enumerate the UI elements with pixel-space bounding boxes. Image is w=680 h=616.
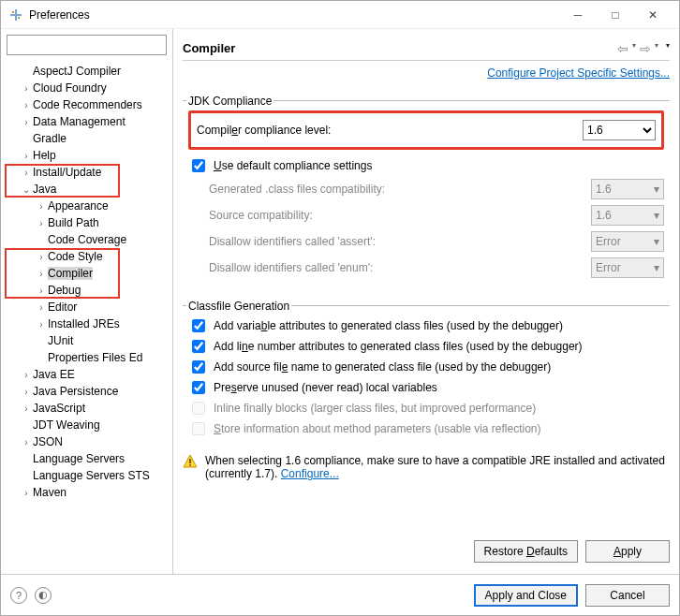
- tree-item[interactable]: ›Install/Update: [1, 164, 172, 181]
- cb-line-num[interactable]: [192, 340, 205, 353]
- tree-item[interactable]: ›Installed JREs: [1, 315, 172, 332]
- restore-defaults-button[interactable]: Restore Defaults: [474, 540, 578, 563]
- group-title-jdk: JDK Compliance: [186, 95, 273, 108]
- chevron-icon: ›: [20, 387, 33, 397]
- tree-item[interactable]: ›Code Style: [1, 248, 172, 265]
- tree-item[interactable]: ›Java Persistence: [1, 383, 172, 400]
- tree-item[interactable]: ›JSON: [1, 433, 172, 450]
- close-button[interactable]: ✕: [634, 5, 672, 25]
- tree-item[interactable]: JDT Weaving: [1, 417, 172, 433]
- chevron-icon: ⌄: [20, 184, 33, 195]
- page-title: Compiler: [183, 41, 617, 55]
- configure-jre-link[interactable]: Configure...: [281, 467, 339, 480]
- back-icon[interactable]: ⇦: [617, 41, 628, 56]
- cb-preserve-unused-label: Preserve unused (never read) local varia…: [214, 381, 437, 394]
- tree-item-label: Editor: [48, 301, 77, 314]
- tree-item-label: Appearance: [48, 199, 109, 213]
- progress-icon[interactable]: ◐: [35, 587, 52, 604]
- back-menu-icon[interactable]: ▾: [632, 41, 636, 56]
- tree-item[interactable]: AspectJ Compiler: [1, 63, 172, 80]
- cb-source-file-label: Add source file name to generated class …: [214, 360, 551, 374]
- preferences-tree[interactable]: AspectJ Compiler›Cloud Foundry›Code Reco…: [1, 61, 172, 574]
- tree-item-label: JDT Weaving: [33, 418, 100, 432]
- tree-item[interactable]: ›Maven: [1, 484, 172, 501]
- cb-inline-finally: [192, 402, 205, 415]
- tree-item[interactable]: ›Help: [1, 147, 172, 164]
- tree-item[interactable]: ›Java EE: [1, 366, 172, 383]
- compliance-select[interactable]: 1.6: [583, 120, 656, 140]
- tree-item-label: Code Style: [48, 250, 103, 263]
- disallow-enum-label: Disallow identifiers called 'enum':: [209, 261, 584, 274]
- apply-close-button[interactable]: Apply and Close: [474, 584, 578, 607]
- warning-row: When selecting 1.6 compliance, make sure…: [183, 447, 670, 480]
- src-compat-label: Source compatibility:: [209, 209, 584, 222]
- cb-line-num-label: Add line number attributes to generated …: [214, 340, 583, 353]
- classfile-group: Classfile Generation Add variable attrib…: [183, 292, 670, 447]
- sidebar: AspectJ Compiler›Cloud Foundry›Code Reco…: [1, 29, 173, 574]
- tree-item[interactable]: ›Build Path: [1, 214, 172, 231]
- tree-item[interactable]: Gradle: [1, 130, 172, 147]
- cb-preserve-unused[interactable]: [192, 381, 205, 394]
- tree-item[interactable]: ›Code Recommenders: [1, 96, 172, 113]
- app-icon: [8, 7, 23, 22]
- chevron-icon: ›: [20, 370, 33, 380]
- chevron-icon: ›: [35, 302, 48, 313]
- tree-item[interactable]: Language Servers STS: [1, 467, 172, 484]
- tree-item-label: Java: [33, 183, 56, 196]
- svg-rect-1: [15, 9, 17, 21]
- cb-store-params: [192, 422, 205, 435]
- maximize-button[interactable]: □: [597, 5, 634, 25]
- chevron-icon: ›: [20, 117, 33, 127]
- gen-class-select: 1.6▾: [591, 179, 664, 199]
- tree-item[interactable]: ›Compiler: [1, 265, 172, 282]
- tree-item[interactable]: JUnit: [1, 332, 172, 349]
- chevron-icon: ›: [20, 168, 33, 178]
- tree-item-label: Compiler: [48, 267, 93, 280]
- chevron-icon: ›: [35, 319, 48, 330]
- compliance-label: Compiler compliance level:: [197, 124, 575, 137]
- compliance-row-highlight: Compiler compliance level: 1.6: [188, 110, 664, 150]
- tree-item-label: Install/Update: [33, 166, 101, 179]
- minimize-button[interactable]: ─: [559, 5, 597, 25]
- apply-button[interactable]: Apply: [585, 540, 670, 563]
- view-menu-icon[interactable]: ▾: [666, 41, 670, 56]
- tree-item[interactable]: ›Cloud Foundry: [1, 80, 172, 96]
- tree-item-label: AspectJ Compiler: [33, 65, 121, 78]
- jdk-compliance-group: JDK Compliance Compiler compliance level…: [183, 87, 670, 288]
- svg-rect-3: [18, 17, 20, 19]
- configure-project-link[interactable]: Configure Project Specific Settings...: [487, 66, 670, 80]
- tree-item[interactable]: ›Appearance: [1, 198, 172, 214]
- forward-icon[interactable]: ⇨: [640, 41, 651, 56]
- nav-arrows: ⇦ ▾ ⇨ ▾ ▾: [617, 41, 670, 56]
- svg-rect-2: [12, 11, 14, 13]
- cancel-button[interactable]: Cancel: [585, 584, 670, 607]
- tree-item[interactable]: Code Coverage: [1, 231, 172, 248]
- tree-item[interactable]: ›Data Management: [1, 113, 172, 130]
- tree-item[interactable]: ›JavaScript: [1, 400, 172, 417]
- chevron-icon: ›: [20, 488, 33, 498]
- cb-source-file[interactable]: [192, 360, 205, 374]
- chevron-icon: ›: [35, 201, 48, 212]
- cb-var-attr[interactable]: [192, 319, 205, 332]
- disallow-assert-label: Disallow identifiers called 'assert':: [209, 235, 584, 248]
- footer: ? ◐ Apply and Close Cancel: [1, 574, 679, 615]
- tree-item-label: Data Management: [33, 115, 126, 128]
- chevron-icon: ›: [35, 252, 48, 262]
- filter-input[interactable]: [7, 35, 167, 55]
- tree-item[interactable]: ›Debug: [1, 282, 172, 299]
- filter-box: [1, 29, 172, 61]
- forward-menu-icon[interactable]: ▾: [655, 41, 658, 56]
- warning-text: When selecting 1.6 compliance, make sure…: [205, 454, 670, 480]
- use-default-checkbox[interactable]: [192, 159, 205, 172]
- help-icon[interactable]: ?: [10, 587, 27, 604]
- tree-item-label: JSON: [33, 435, 63, 448]
- tree-item[interactable]: ›Editor: [1, 299, 172, 315]
- tree-item-label: Debug: [48, 284, 81, 297]
- tree-item[interactable]: Language Servers: [1, 450, 172, 467]
- tree-item-label: Gradle: [33, 132, 67, 145]
- svg-rect-4: [189, 459, 191, 463]
- tree-item-label: JavaScript: [33, 402, 85, 415]
- tree-item[interactable]: Properties Files Ed: [1, 349, 172, 366]
- tree-item[interactable]: ⌄Java: [1, 181, 172, 198]
- tree-item-label: Maven: [33, 486, 67, 499]
